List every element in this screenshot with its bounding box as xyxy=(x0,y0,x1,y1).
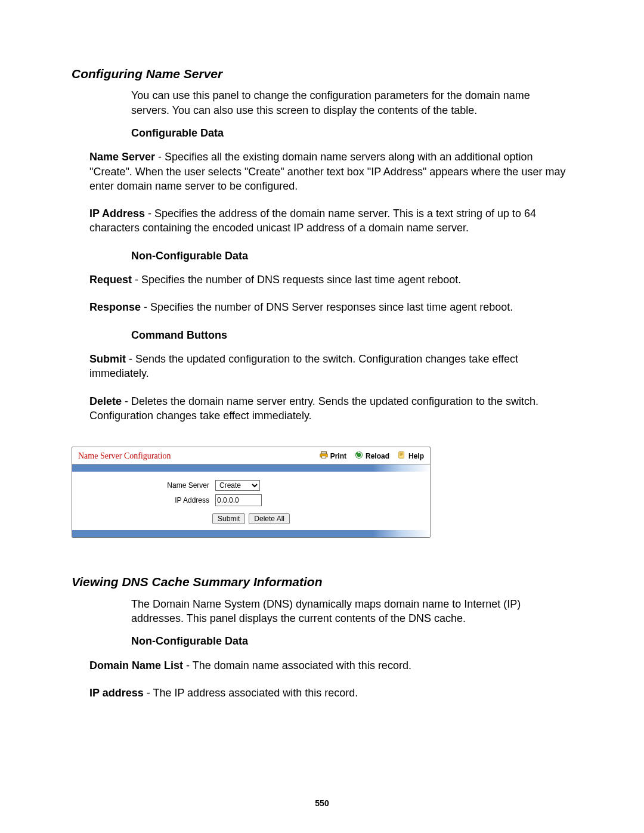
reload-button[interactable]: Reload xyxy=(355,451,389,462)
para-response: Response - Specifies the number of DNS S… xyxy=(89,300,566,314)
para-domain-name-list: Domain Name List - The domain name assoc… xyxy=(89,658,566,673)
help-icon xyxy=(398,451,406,462)
para-ip-address-2: IP address - The IP address associated w… xyxy=(89,686,566,700)
svg-rect-6 xyxy=(400,454,402,455)
text-submit: - Sends the updated configuration to the… xyxy=(89,353,518,379)
text-delete: - Deletes the domain name server entry. … xyxy=(89,395,538,422)
section-title-cache: Viewing DNS Cache Summary Information xyxy=(72,574,566,590)
svg-rect-7 xyxy=(400,456,402,456)
term-request: Request xyxy=(89,274,132,286)
delete-all-button[interactable]: Delete All xyxy=(249,513,290,524)
config-panel-screenshot: Name Server Configuration Print Reload xyxy=(72,447,431,538)
panel-bottom-bar xyxy=(72,530,430,537)
term-name-server: Name Server xyxy=(89,151,155,163)
reload-label: Reload xyxy=(366,451,389,461)
panel-title: Name Server Configuration xyxy=(78,451,171,461)
row-name-server: Name Server Create xyxy=(138,480,364,491)
panel-top-bar xyxy=(72,465,430,472)
svg-rect-4 xyxy=(399,452,404,459)
subhead-command-buttons: Command Buttons xyxy=(131,328,566,342)
para-submit: Submit - Sends the updated configuration… xyxy=(89,352,566,381)
para-ip-address: IP Address - Specifies the address of th… xyxy=(89,206,566,236)
name-server-select[interactable]: Create xyxy=(215,480,260,491)
panel-header: Name Server Configuration Print Reload xyxy=(72,447,430,465)
term-ip-address: IP Address xyxy=(89,208,145,219)
text-domain-name-list: - The domain name associated with this r… xyxy=(183,659,411,671)
text-response: - Specifies the number of DNS Server res… xyxy=(141,301,513,313)
label-name-server: Name Server xyxy=(138,481,209,490)
text-name-server: - Specifies all the existing domain name… xyxy=(89,151,565,192)
subhead-nonconfigurable-data-2: Non-Configurable Data xyxy=(131,634,566,648)
term-ip-address-2: IP address xyxy=(89,687,144,699)
panel-body: Name Server Create IP Address Submit Del… xyxy=(72,472,430,530)
help-label: Help xyxy=(408,451,424,461)
section1-intro: You can use this panel to change the con… xyxy=(131,88,566,117)
ip-address-input[interactable] xyxy=(215,494,262,506)
help-button[interactable]: Help xyxy=(398,451,424,462)
term-response: Response xyxy=(89,301,141,313)
text-ip-address: - Specifies the address of the domain na… xyxy=(89,208,536,234)
print-label: Print xyxy=(330,451,346,461)
panel-toolbar: Print Reload Help xyxy=(320,451,424,462)
submit-button[interactable]: Submit xyxy=(212,513,245,524)
para-request: Request - Specifies the number of DNS re… xyxy=(89,272,566,287)
label-ip-address: IP Address xyxy=(138,496,209,505)
text-request: - Specifies the number of DNS requests s… xyxy=(132,274,461,286)
para-name-server: Name Server - Specifies all the existing… xyxy=(89,150,566,193)
svg-rect-5 xyxy=(400,453,402,454)
svg-rect-2 xyxy=(321,456,326,459)
term-delete: Delete xyxy=(89,395,122,407)
print-button[interactable]: Print xyxy=(320,451,346,462)
subhead-nonconfigurable-data: Non-Configurable Data xyxy=(131,249,566,263)
section2-intro: The Domain Name System (DNS) dynamically… xyxy=(131,597,566,626)
printer-icon xyxy=(320,451,328,462)
row-ip-address: IP Address xyxy=(138,494,364,506)
term-domain-name-list: Domain Name List xyxy=(89,659,183,671)
para-delete: Delete - Deletes the domain name server … xyxy=(89,394,566,423)
text-ip-address-2: - The IP address associated with this re… xyxy=(144,687,358,699)
panel-button-row: Submit Delete All xyxy=(138,513,364,524)
subhead-configurable-data: Configurable Data xyxy=(131,126,566,140)
reload-icon xyxy=(355,451,363,462)
term-submit: Submit xyxy=(89,353,126,365)
page-number: 550 xyxy=(0,798,644,809)
section-title-configure: Configuring Name Server xyxy=(72,66,566,82)
page-content: Configuring Name Server You can use this… xyxy=(0,0,644,833)
svg-rect-0 xyxy=(321,452,326,454)
